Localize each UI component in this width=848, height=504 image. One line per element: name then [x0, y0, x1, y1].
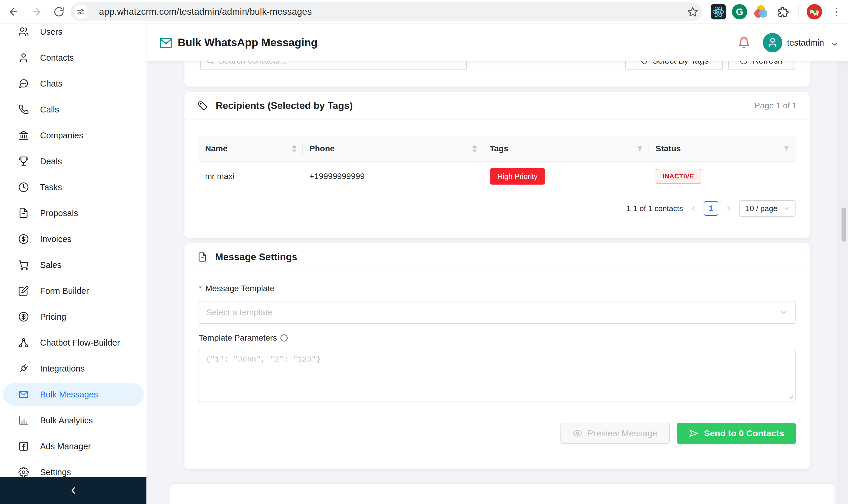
pagination-page-1[interactable]: 1 [704, 201, 719, 216]
scrollbar-track[interactable] [837, 61, 848, 504]
dollar-icon [18, 234, 29, 244]
sidebar-item-bulk-analytics[interactable]: Bulk Analytics [3, 409, 144, 432]
page-indicator: Page 1 of 1 [755, 101, 797, 110]
template-parameters-textarea[interactable] [199, 350, 795, 401]
sort-icon[interactable] [291, 144, 298, 153]
template-select[interactable]: Select a template [198, 301, 796, 324]
column-header-name[interactable]: Name [198, 136, 303, 161]
browser-reload-button[interactable] [51, 4, 67, 19]
grammarly-extension[interactable]: G [732, 4, 747, 19]
message-settings-title: Message Settings [215, 251, 297, 263]
sidebar-item-tasks[interactable]: Tasks [3, 176, 144, 198]
page-size-select[interactable]: 10 / page [739, 200, 796, 217]
search-icon [206, 61, 214, 65]
next-section-card-edge [170, 484, 834, 504]
message-template-label: * Message Template [198, 284, 274, 293]
user-menu-chevron-icon[interactable] [830, 39, 839, 48]
status-badge: INACTIVE [656, 169, 701, 184]
react-atom-icon [712, 5, 725, 18]
browser-forward-button[interactable] [29, 4, 44, 19]
sort-icon[interactable] [471, 144, 478, 153]
sidebar-item-deals[interactable]: Deals [3, 150, 144, 173]
sidebar-item-users[interactable]: Users [3, 21, 144, 43]
recipients-card-header: Recipients (Selected by Tags) Page 1 of … [185, 92, 810, 120]
column-label: Name [205, 144, 227, 154]
select-by-tags-button[interactable]: Select By Tags [625, 61, 723, 70]
refresh-icon [740, 61, 748, 65]
chevron-down-icon [783, 205, 790, 212]
trophy-icon [18, 156, 29, 167]
select-by-tags-label: Select By Tags [652, 61, 709, 66]
page-title: Bulk WhatsApp Messaging [178, 24, 318, 61]
color-picker-extension[interactable] [753, 4, 768, 19]
table-row[interactable]: mr maxi +19999999999 High Priority INACT… [198, 162, 796, 191]
dollar-icon [18, 311, 29, 322]
bookmark-star-icon[interactable] [687, 6, 698, 17]
sidebar-item-label: Contacts [40, 53, 74, 63]
column-header-phone[interactable]: Phone [303, 136, 483, 161]
back-arrow-icon [8, 6, 19, 17]
sidebar-item-calls[interactable]: Calls [3, 98, 144, 121]
search-contacts-field[interactable] [200, 61, 467, 70]
username-label[interactable]: testadmin [787, 24, 824, 61]
browser-menu-button[interactable]: ⋮ [829, 4, 844, 19]
column-label: Status [656, 144, 681, 154]
extensions-button[interactable] [775, 4, 790, 19]
plug-icon [18, 363, 29, 374]
address-bar[interactable]: app.whatzcrm.com/testadmin/admin/bulk-me… [71, 2, 703, 21]
sidebar-item-bulk-messages[interactable]: Bulk Messages [3, 383, 144, 406]
sidebar-item-companies[interactable]: Companies [3, 124, 144, 147]
sidebar-collapse-button[interactable] [0, 477, 146, 504]
pagination-next-icon[interactable] [725, 204, 732, 212]
contact-icon [18, 52, 29, 63]
sidebar-item-chats[interactable]: Chats [3, 72, 144, 95]
browser-back-button[interactable] [6, 4, 21, 19]
sidebar-item-chatbot-flow-builder[interactable]: Chatbot Flow-Builder [3, 331, 144, 354]
sidebar: Users Contacts Chats Calls Companies Dea… [0, 24, 146, 504]
user-icon [767, 37, 778, 48]
column-header-status[interactable]: Status [649, 136, 796, 161]
sidebar-item-label: Sales [40, 260, 62, 270]
file-text-icon [197, 252, 207, 262]
page-size-value: 10 / page [745, 204, 777, 213]
sidebar-item-ads-manager[interactable]: Ads Manager [3, 435, 144, 457]
notifications-bell-icon[interactable] [738, 36, 750, 49]
search-input[interactable] [219, 61, 461, 66]
main-content: Select By Tags Refresh Recipients (Selec… [147, 61, 848, 504]
sidebar-item-contacts[interactable]: Contacts [3, 47, 144, 69]
pagination-prev-icon[interactable] [690, 204, 697, 212]
refresh-button[interactable]: Refresh [728, 61, 794, 70]
sidebar-item-form-builder[interactable]: Form Builder [3, 280, 144, 302]
filter-icon[interactable] [636, 145, 644, 152]
scrollbar-thumb[interactable] [842, 208, 846, 242]
sidebar-item-proposals[interactable]: Proposals [3, 202, 144, 224]
filter-icon[interactable] [783, 145, 790, 152]
sidebar-item-label: Bulk Messages [40, 390, 98, 399]
send-to-contacts-button[interactable]: Send to 0 Contacts [677, 423, 796, 444]
tag-icon [639, 61, 647, 65]
sidebar-item-label: Tasks [40, 182, 62, 192]
message-settings-card: Message Settings * Message Template Sele… [185, 243, 810, 469]
sidebar-item-label: Proposals [40, 209, 78, 218]
recipients-card: Recipients (Selected by Tags) Page 1 of … [185, 92, 810, 238]
info-icon[interactable] [280, 334, 288, 342]
sidebar-item-sales[interactable]: Sales [3, 254, 144, 276]
chevron-down-icon [780, 308, 788, 317]
eye-icon [573, 429, 582, 438]
flow-icon [18, 337, 29, 348]
preview-message-button[interactable]: Preview Message [560, 423, 670, 444]
sidebar-item-pricing[interactable]: Pricing [3, 306, 144, 328]
site-settings-chip[interactable] [74, 5, 88, 19]
chat-icon [18, 78, 29, 89]
browser-profile-avatar[interactable] [807, 4, 822, 19]
sidebar-item-label: Calls [40, 105, 59, 114]
sidebar-item-integrations[interactable]: Integrations [3, 357, 144, 380]
user-avatar[interactable] [763, 33, 782, 52]
column-header-tags[interactable]: Tags [483, 136, 649, 161]
sidebar-item-label: Chatbot Flow-Builder [40, 338, 120, 348]
users-icon [18, 26, 29, 37]
react-devtools-extension[interactable] [711, 4, 726, 19]
sidebar-item-label: Pricing [40, 312, 66, 322]
sidebar-item-invoices[interactable]: Invoices [3, 228, 144, 250]
sidebar-item-label: Form Builder [40, 286, 89, 296]
